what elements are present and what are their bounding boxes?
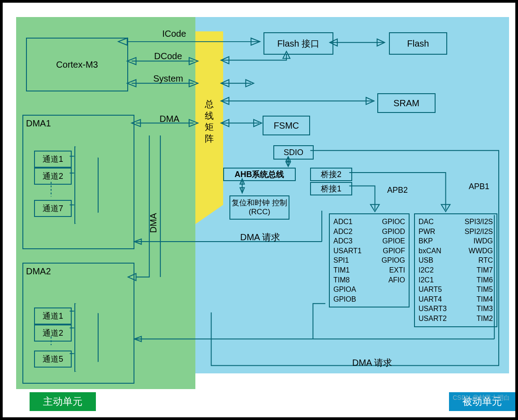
peripheral-item: TIM4: [465, 294, 493, 304]
apb1-label: APB1: [469, 182, 489, 191]
peripheral-item: TIM8: [333, 275, 362, 285]
dcode-label: DCode: [154, 51, 182, 61]
peripheral-item: GPIOD: [382, 227, 405, 237]
peripheral-item: UART4: [419, 294, 447, 304]
system-label: System: [153, 74, 183, 84]
dma2-label: DMA2: [26, 266, 51, 277]
peripheral-item: AFIO: [382, 275, 405, 285]
bridge2-block: 桥接2: [310, 168, 352, 181]
dma1-channel-7: 通道7: [34, 200, 72, 217]
peripheral-item: I2C2: [419, 265, 447, 275]
apb2-peripherals: ADC1ADC2ADC3USART1SPI1TIM1TIM8GPIOAGPIOB…: [329, 213, 410, 307]
peripheral-item: BKP: [419, 236, 447, 246]
peripheral-item: USART2: [419, 314, 447, 324]
peripheral-item: SPI1: [333, 255, 362, 265]
peripheral-item: PWR: [419, 227, 447, 237]
dma2-channel-2: 通道2: [34, 325, 72, 342]
dma1-channel-2: 通道2: [34, 168, 72, 185]
dma-request-1-label: DMA 请求: [240, 231, 280, 243]
peripheral-item: GPIOE: [382, 236, 405, 246]
rcc-block: 复位和时钟 控制(RCC): [229, 195, 289, 220]
peripheral-item: TIM2: [465, 314, 493, 324]
peripheral-item: RTC: [465, 255, 493, 265]
icode-label: ICode: [162, 29, 186, 39]
peripheral-item: IWDG: [465, 236, 493, 246]
dma2-channel-1: 通道1: [34, 307, 72, 325]
peripheral-item: UART5: [419, 285, 447, 294]
peripheral-item: ADC3: [333, 236, 362, 246]
peripheral-item: USART1: [333, 246, 362, 256]
flash-block: Flash: [389, 32, 447, 55]
diagram-canvas: 总 线 矩 阵 Cortex-M3 DMA1 通道1 通道2 通道7 DMA2 …: [0, 0, 518, 420]
apb1-peripherals: DACPWRBKPbxCANUSBI2C2I2C1UART5UART4USART…: [414, 213, 497, 327]
peripheral-item: GPIOB: [333, 294, 362, 304]
cortex-m3-block: Cortex-M3: [26, 38, 128, 91]
dma1-label: DMA1: [26, 118, 51, 129]
flash-interface-block: Flash 接口: [263, 32, 333, 55]
dma2-mux: [74, 303, 99, 372]
bridge1-block: 桥接1: [310, 182, 352, 195]
active-unit-label: 主动单元: [30, 392, 96, 411]
peripheral-item: TIM6: [465, 275, 493, 285]
fsmc-block: FSMC: [263, 116, 310, 135]
bus-matrix-label: 总 线 矩 阵: [203, 92, 216, 131]
peripheral-item: GPIOG: [382, 255, 405, 265]
peripheral-item: ADC1: [333, 217, 362, 227]
peripheral-item: bxCAN: [419, 246, 447, 256]
peripheral-item: SPI2/I2S: [465, 227, 493, 237]
peripheral-item: DAC: [419, 217, 447, 227]
peripheral-item: TIM7: [465, 265, 493, 275]
peripheral-item: GPIOA: [333, 285, 362, 294]
peripheral-item: GPIOF: [382, 246, 405, 256]
dma-request-2-label: DMA 请求: [352, 357, 392, 369]
peripheral-item: TIM1: [333, 265, 362, 275]
peripheral-item: GPIOC: [382, 217, 405, 227]
sdio-block: SDIO: [273, 145, 314, 160]
dma2-channel-5: 通道5: [34, 351, 72, 368]
peripheral-item: TIM5: [465, 285, 493, 294]
cortex-m3-label: Cortex-M3: [56, 60, 98, 70]
dma1-mux: [74, 146, 99, 224]
peripheral-item: USART3: [419, 304, 447, 314]
peripheral-item: WWDG: [465, 246, 493, 256]
watermark-text: CSDN @村里大明白: [453, 394, 510, 402]
peripheral-item: TIM3: [465, 304, 493, 314]
dma-vertical-label: DMA: [148, 213, 159, 233]
apb2-label: APB2: [387, 186, 408, 195]
rcc-label: 复位和时钟 控制(RCC): [230, 199, 289, 217]
sram-block: SRAM: [377, 93, 436, 113]
dma-label: DMA: [160, 114, 179, 124]
dma1-channel-1: 通道1: [34, 151, 72, 168]
ahb-block: AHB系统总线: [223, 168, 296, 181]
peripheral-item: USB: [419, 255, 447, 265]
peripheral-item: I2C1: [419, 275, 447, 285]
peripheral-item: ADC2: [333, 227, 362, 237]
peripheral-item: SPI3/I2S: [465, 217, 493, 227]
peripheral-item: EXTI: [382, 265, 405, 275]
